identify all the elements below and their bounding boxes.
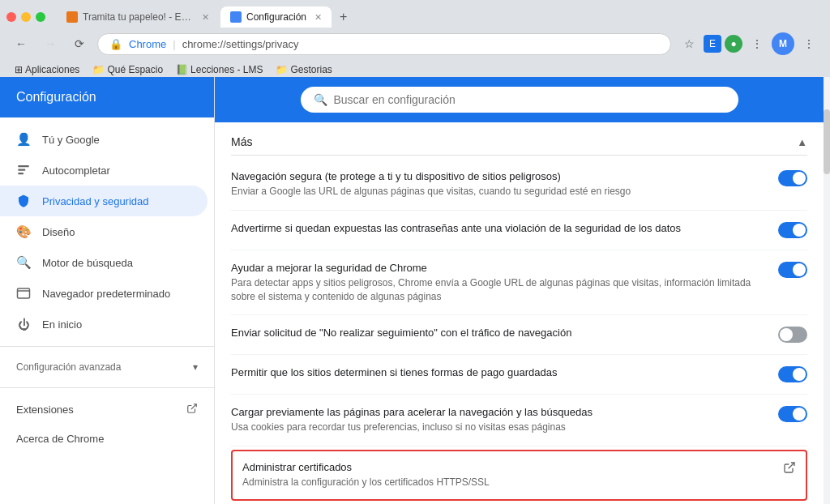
setting-info-pago: Permitir que los sitios determinen si ti… bbox=[231, 366, 778, 381]
setting-info-precargar: Cargar previamente las páginas para acel… bbox=[231, 406, 778, 434]
setting-control-navegacion bbox=[778, 170, 807, 186]
setting-precargar: Cargar previamente las páginas para acel… bbox=[231, 395, 807, 446]
search-input[interactable] bbox=[334, 93, 725, 106]
svg-rect-0 bbox=[18, 165, 29, 167]
search-icon: 🔍 bbox=[16, 255, 31, 270]
minimize-button[interactable] bbox=[21, 12, 31, 22]
setting-desc-precargar: Usa cookies para recordar tus preferenci… bbox=[231, 421, 765, 434]
tab-favicon-tramita bbox=[66, 11, 78, 23]
setting-certificados[interactable]: Administrar certificados Administra la c… bbox=[231, 450, 807, 501]
setting-contrasenas: Advertirme si quedan expuestas las contr… bbox=[231, 211, 807, 250]
sidebar-label-diseno: Diseño bbox=[42, 226, 75, 238]
toggle-navegacion[interactable] bbox=[778, 170, 807, 186]
new-tab-button[interactable]: + bbox=[333, 6, 353, 28]
toggle-contrasenas[interactable] bbox=[778, 222, 807, 238]
sidebar-label-autocompletar: Autocompletar bbox=[42, 164, 110, 177]
tab-tramita[interactable]: Tramita tu papeleo! - Entre Tra ✕ bbox=[57, 6, 219, 28]
sidebar-item-about[interactable]: Acerca de Chrome bbox=[0, 425, 214, 453]
toggle-slider-precargar bbox=[778, 406, 807, 422]
setting-title-pago: Permitir que los sitios determinen si ti… bbox=[231, 366, 765, 378]
account-button[interactable]: M bbox=[772, 32, 794, 55]
forward-button[interactable]: → bbox=[39, 32, 62, 55]
toggle-seguridad[interactable] bbox=[778, 262, 807, 278]
svg-line-5 bbox=[191, 404, 196, 409]
setting-info-contrasenas: Advertirme si quedan expuestas las contr… bbox=[231, 222, 778, 237]
toggle-seguimiento[interactable] bbox=[778, 327, 807, 343]
bookmark-button[interactable]: ☆ bbox=[678, 32, 700, 55]
bookmark-gestorias[interactable]: 📁 Gestorias bbox=[271, 62, 336, 77]
settings-section-mas: Más ▲ Navegación segura (te protege a ti… bbox=[215, 122, 824, 504]
shield-icon bbox=[16, 194, 31, 208]
setting-desc-certificados: Administra la configuración y los certif… bbox=[242, 476, 770, 489]
tab-close-config[interactable]: ✕ bbox=[314, 12, 322, 23]
tab-label-tramita: Tramita tu papeleo! - Entre Tra bbox=[83, 11, 194, 23]
sidebar-advanced-section[interactable]: Configuración avanzada ▾ bbox=[0, 353, 214, 381]
sidebar-item-motor[interactable]: 🔍 Motor de búsqueda bbox=[0, 247, 214, 278]
scrollbar-track[interactable] bbox=[824, 77, 830, 504]
toggle-slider-seguridad bbox=[778, 262, 807, 278]
back-button[interactable]: ← bbox=[10, 32, 32, 55]
sidebar-divider-2 bbox=[0, 387, 214, 388]
setting-title-certificados: Administrar certificados bbox=[242, 461, 770, 473]
section-header-mas: Más ▲ bbox=[231, 122, 807, 156]
cast-button[interactable]: ⋮ bbox=[746, 32, 768, 55]
bookmark-lecciones[interactable]: 📗 Lecciones - LMS bbox=[171, 62, 267, 77]
reload-button[interactable]: ⟳ bbox=[68, 32, 91, 55]
sidebar-header: Configuración bbox=[0, 77, 214, 117]
setting-control-certificados bbox=[783, 461, 796, 477]
setting-title-navegacion: Navegación segura (te protege a ti y tu … bbox=[231, 170, 765, 182]
sidebar-item-navegador[interactable]: Navegador predeterminado bbox=[0, 278, 214, 309]
setting-navegacion-segura: Navegación segura (te protege a ti y tu … bbox=[231, 159, 807, 211]
search-bar[interactable]: 🔍 bbox=[301, 87, 738, 113]
scrollbar-thumb[interactable] bbox=[824, 109, 830, 174]
address-bar[interactable]: 🔒 Chrome | chrome://settings/privacy bbox=[97, 33, 671, 55]
menu-button[interactable]: ⋮ bbox=[798, 32, 820, 55]
sidebar-item-autocompletar[interactable]: Autocompletar bbox=[0, 155, 214, 186]
bookmark-que-espacio[interactable]: 📁 Qué Espacio bbox=[88, 62, 168, 77]
setting-control-seguimiento bbox=[778, 327, 807, 343]
sidebar-label-navegador: Navegador predeterminado bbox=[42, 288, 170, 300]
browser-icon bbox=[16, 286, 31, 301]
svg-rect-3 bbox=[18, 288, 30, 298]
navigation-bar: ← → ⟳ 🔒 Chrome | chrome://settings/priva… bbox=[0, 28, 830, 60]
toggle-precargar[interactable] bbox=[778, 406, 807, 422]
toggle-slider-navegacion bbox=[778, 170, 807, 186]
setting-info-certificados: Administrar certificados Administra la c… bbox=[242, 461, 783, 489]
title-bar: Tramita tu papeleo! - Entre Tra ✕ Config… bbox=[0, 0, 830, 28]
chevron-down-icon: ▾ bbox=[193, 361, 198, 373]
sidebar-label-tu-google: Tú y Google bbox=[42, 134, 100, 146]
main-layout: Configuración 👤 Tú y Google Autocompleta… bbox=[0, 77, 830, 504]
setting-info-seguimiento: Enviar solicitud de "No realizar seguimi… bbox=[231, 327, 778, 341]
traffic-lights bbox=[6, 12, 45, 22]
extension-btn-1[interactable]: E bbox=[704, 35, 721, 53]
content-area: 🔍 Más ▲ Navegación segura (te protege a … bbox=[215, 77, 824, 504]
apps-icon: ⊞ bbox=[15, 64, 23, 75]
setting-desc-seguridad: Para detectar apps y sitios peligrosos, … bbox=[231, 276, 765, 304]
tab-configuracion[interactable]: Configuración ✕ bbox=[220, 6, 332, 28]
sidebar-item-tu-y-google[interactable]: 👤 Tú y Google bbox=[0, 124, 214, 155]
setting-title-precargar: Cargar previamente las páginas para acel… bbox=[231, 406, 765, 418]
lms-icon: 📗 bbox=[176, 64, 188, 75]
search-icon: 🔍 bbox=[314, 93, 327, 106]
sidebar-label-inicio: En inicio bbox=[42, 318, 82, 331]
sidebar-item-privacidad[interactable]: Privacidad y seguridad bbox=[0, 186, 208, 216]
toggle-pago[interactable] bbox=[778, 366, 807, 382]
tab-favicon-config bbox=[230, 11, 242, 23]
setting-title-seguridad: Ayudar a mejorar la seguridad de Chrome bbox=[231, 262, 765, 274]
tab-close-tramita[interactable]: ✕ bbox=[202, 12, 209, 23]
setting-info-seguridad: Ayudar a mejorar la seguridad de Chrome … bbox=[231, 262, 778, 304]
sidebar: Configuración 👤 Tú y Google Autocompleta… bbox=[0, 77, 215, 504]
nav-actions: ☆ E ● ⋮ M ⋮ bbox=[678, 32, 820, 55]
close-button[interactable] bbox=[6, 12, 16, 22]
section-title-mas: Más bbox=[231, 135, 252, 148]
sidebar-item-extensions[interactable]: Extensiones bbox=[0, 395, 214, 425]
extension-btn-2[interactable]: ● bbox=[725, 35, 742, 53]
power-icon: ⏻ bbox=[16, 317, 31, 331]
bookmark-aplicaciones[interactable]: ⊞ Aplicaciones bbox=[10, 62, 84, 77]
external-link-icon bbox=[186, 403, 198, 416]
setting-control-seguridad bbox=[778, 262, 807, 278]
maximize-button[interactable] bbox=[36, 12, 45, 22]
sidebar-item-inicio[interactable]: ⏻ En inicio bbox=[0, 309, 214, 340]
collapse-button[interactable]: ▲ bbox=[797, 136, 807, 148]
sidebar-item-diseno[interactable]: 🎨 Diseño bbox=[0, 216, 214, 247]
